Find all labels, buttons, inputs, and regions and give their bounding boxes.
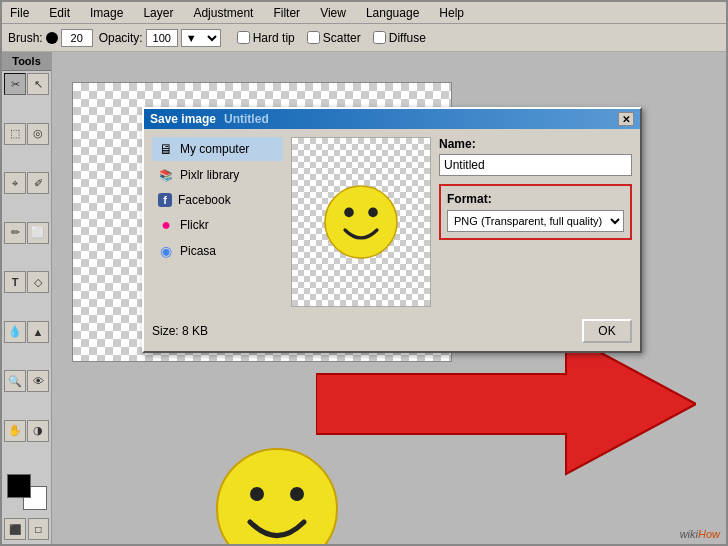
- dialog-close-button[interactable]: ✕: [618, 112, 634, 126]
- scatter-option: Scatter: [307, 31, 361, 45]
- tool-hand[interactable]: ✋: [4, 420, 26, 442]
- location-my-computer-label: My computer: [180, 142, 249, 156]
- tool-pen[interactable]: ✐: [27, 172, 49, 194]
- menu-layer[interactable]: Layer: [139, 4, 177, 22]
- size-label: Size: 8 KB: [152, 324, 208, 338]
- svg-point-7: [325, 186, 397, 258]
- format-select-row: PNG (Transparent, full quality) JPEG (No…: [447, 210, 624, 232]
- tool-eyedropper[interactable]: 💧: [4, 321, 26, 343]
- menu-view[interactable]: View: [316, 4, 350, 22]
- scatter-checkbox[interactable]: [307, 31, 320, 44]
- name-input[interactable]: [439, 154, 632, 176]
- tool-eye[interactable]: 👁: [27, 370, 49, 392]
- tool-fill[interactable]: ▲: [27, 321, 49, 343]
- location-picasa-label: Picasa: [180, 244, 216, 258]
- opacity-input[interactable]: [146, 29, 178, 47]
- menu-language[interactable]: Language: [362, 4, 423, 22]
- name-field-group: Name:: [439, 137, 632, 176]
- svg-point-8: [344, 208, 354, 218]
- tool-dodge[interactable]: ◑: [27, 420, 49, 442]
- dialog-footer: Size: 8 KB OK: [144, 315, 640, 351]
- dialog-preview: [291, 137, 431, 307]
- tool-lasso[interactable]: ⌖: [4, 172, 26, 194]
- dialog-locations: 🖥 My computer 📚 Pixlr library f Facebook: [152, 137, 283, 307]
- tool-extra-1[interactable]: ⬛: [4, 518, 26, 540]
- tool-ellipse-select[interactable]: ◎: [27, 123, 49, 145]
- tools-panel: Tools ✂ ↖ ⬚ ◎ ⌖ ✐ ✏ ⬜ T ◇ 💧 ▲: [2, 52, 52, 544]
- app-window: File Edit Image Layer Adjustment Filter …: [0, 0, 728, 546]
- diffuse-label: Diffuse: [389, 31, 426, 45]
- tool-text[interactable]: T: [4, 271, 26, 293]
- diffuse-option: Diffuse: [373, 31, 426, 45]
- name-label: Name:: [439, 137, 632, 151]
- format-label: Format:: [447, 192, 624, 206]
- location-flickr-label: Flickr: [180, 218, 209, 232]
- bottom-tools: ⬛ □: [2, 514, 51, 544]
- menu-filter[interactable]: Filter: [269, 4, 304, 22]
- menu-image[interactable]: Image: [86, 4, 127, 22]
- format-select[interactable]: PNG (Transparent, full quality) JPEG (No…: [447, 210, 624, 232]
- svg-point-6: [290, 487, 304, 501]
- color-picker[interactable]: [7, 474, 47, 510]
- hard-tip-option: Hard tip: [237, 31, 295, 45]
- facebook-icon: f: [158, 193, 172, 207]
- preview-smiley: [321, 182, 401, 262]
- foreground-color[interactable]: [7, 474, 31, 498]
- dialog-title-inactive: Untitled: [224, 112, 269, 126]
- brush-label: Brush:: [8, 31, 43, 45]
- scatter-label: Scatter: [323, 31, 361, 45]
- tool-arrow[interactable]: ↖: [27, 73, 49, 95]
- hard-tip-label: Hard tip: [253, 31, 295, 45]
- dialog-body: 🖥 My computer 📚 Pixlr library f Facebook: [144, 129, 640, 315]
- menu-adjustment[interactable]: Adjustment: [189, 4, 257, 22]
- toolbar: Brush: Opacity: ▼ Hard tip Scatter Diffu…: [2, 24, 726, 52]
- main-area: Tools ✂ ↖ ⬚ ◎ ⌖ ✐ ✏ ⬜ T ◇ 💧 ▲: [2, 52, 726, 544]
- wikihow-badge: wikiHow: [680, 528, 720, 540]
- menu-bar: File Edit Image Layer Adjustment Filter …: [2, 2, 726, 24]
- opacity-dropdown[interactable]: ▼: [181, 29, 221, 47]
- save-dialog: Save image Untitled ✕ 🖥 My computer 📚: [142, 107, 642, 353]
- dialog-right-panel: Name: Format: PNG (Transparent, full qua…: [439, 137, 632, 307]
- tool-brush[interactable]: ✏: [4, 222, 26, 244]
- flickr-icon: ●: [158, 217, 174, 233]
- tool-rect-select[interactable]: ⬚: [4, 123, 26, 145]
- location-picasa[interactable]: ◉ Picasa: [152, 239, 283, 263]
- brush-tool-group: Brush:: [8, 29, 93, 47]
- format-field-group: Format: PNG (Transparent, full quality) …: [439, 184, 632, 240]
- location-flickr[interactable]: ● Flickr: [152, 213, 283, 237]
- tool-select[interactable]: ✂: [4, 73, 26, 95]
- location-pixlr-label: Pixlr library: [180, 168, 239, 182]
- menu-file[interactable]: File: [6, 4, 33, 22]
- brush-options: Hard tip Scatter Diffuse: [237, 31, 426, 45]
- dialog-title-group: Save image Untitled: [150, 112, 269, 126]
- location-facebook[interactable]: f Facebook: [152, 189, 283, 211]
- menu-edit[interactable]: Edit: [45, 4, 74, 22]
- tool-extra-2[interactable]: □: [28, 518, 50, 540]
- location-facebook-label: Facebook: [178, 193, 231, 207]
- tool-shape[interactable]: ◇: [27, 271, 49, 293]
- svg-point-9: [368, 208, 378, 218]
- library-icon: 📚: [158, 167, 174, 183]
- brush-size-input[interactable]: [61, 29, 93, 47]
- hard-tip-checkbox[interactable]: [237, 31, 250, 44]
- tool-zoom[interactable]: 🔍: [4, 370, 26, 392]
- tool-eraser[interactable]: ⬜: [27, 222, 49, 244]
- dialog-titlebar: Save image Untitled ✕: [144, 109, 640, 129]
- svg-point-5: [250, 487, 264, 501]
- tools-grid: ✂ ↖ ⬚ ◎ ⌖ ✐ ✏ ⬜ T ◇ 💧 ▲ 🔍 👁: [2, 71, 51, 470]
- diffuse-checkbox[interactable]: [373, 31, 386, 44]
- location-my-computer[interactable]: 🖥 My computer: [152, 137, 283, 161]
- opacity-label: Opacity:: [99, 31, 143, 45]
- computer-icon: 🖥: [158, 141, 174, 157]
- menu-help[interactable]: Help: [435, 4, 468, 22]
- picasa-icon: ◉: [158, 243, 174, 259]
- wikihow-how-text: How: [698, 528, 720, 540]
- opacity-group: Opacity: ▼: [99, 29, 221, 47]
- wikihow-wiki-text: wiki: [680, 528, 698, 540]
- canvas-area[interactable]: Save image Untitled ✕ 🖥 My computer 📚: [52, 52, 726, 544]
- ok-button[interactable]: OK: [582, 319, 632, 343]
- location-pixlr-library[interactable]: 📚 Pixlr library: [152, 163, 283, 187]
- tools-header: Tools: [2, 52, 51, 71]
- dialog-title: Save image: [150, 112, 216, 126]
- svg-marker-3: [316, 334, 696, 474]
